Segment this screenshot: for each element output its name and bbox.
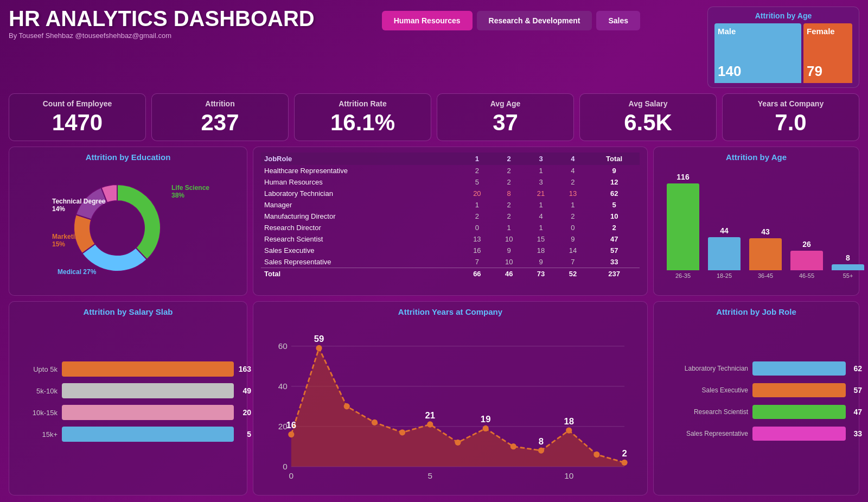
dashboard-subtitle: By Touseef Shehbaz @touseefshehbaz@gmail… [9,31,315,40]
table-cell: 8 [493,188,525,199]
kpi-card-0: Count of Employee 1470 [9,93,146,141]
jr-label: Laboratory Technician [667,365,748,372]
header-row: HR ANALYTICS DASHBOARD By Touseef Shehba… [9,7,859,88]
area-point [372,420,378,425]
table-cell-total: 10 [589,211,640,222]
table-cell: 10 [493,233,525,245]
x-axis-label: 10 [564,471,573,480]
x-axis-label: 0 [289,471,294,480]
salary-title: Attrition by Salary Slab [17,307,239,316]
table-cell: 10 [493,256,525,268]
salary-value: 49 [242,386,251,395]
age-bar-55+: 8 55+ [832,253,864,279]
table-header-0: JobRole [261,152,461,165]
jr-label: Sales Executive [667,386,748,394]
btn-human-resources[interactable]: Human Resources [382,11,473,30]
table-cell: 2 [557,211,589,222]
table-cell-role: Sales Representative [261,256,461,268]
dashboard: HR ANALYTICS DASHBOARD By Touseef Shehba… [0,0,868,502]
kpi-value-4: 6.5K [588,110,709,135]
table-cell: 2 [557,176,589,188]
area-label: 18 [564,416,574,427]
area-point [510,443,516,449]
area-point [399,429,405,435]
area-fill [291,348,624,466]
table-cell: 7 [461,256,493,268]
bar-label: 55+ [843,272,853,279]
table-cell-role: Human Resources [261,176,461,188]
kpi-label-3: Avg Age [445,99,566,108]
table-cell: 1 [525,165,557,176]
area-label: 16 [286,420,297,430]
bar-rect [749,238,782,270]
attrition-age-header-title: Attrition by Age [714,11,852,20]
salary-bar-10k-15k: 10k-15k 20 [22,405,234,420]
jobrole-bar-3: Sales Representative 33 [667,427,846,441]
area-point [455,440,461,446]
table-cell: 18 [525,245,557,256]
area-label: 2 [622,448,627,459]
age-gender-bars: Male 140 Female 79 [714,23,852,83]
dashboard-title: HR ANALYTICS DASHBOARD [9,7,315,30]
donut-segment-life-sciences [117,185,161,259]
salary-value: 5 [247,430,251,439]
btn-research-development[interactable]: Research & Development [477,11,592,30]
table-cell: 2 [493,176,525,188]
bar-value: 26 [802,240,811,249]
area-point [538,447,544,453]
jr-label: Sales Representative [667,430,748,437]
y-axis-label: 20 [278,422,288,431]
age-bar-18-25: 44 18-25 [708,226,741,279]
bar-label: 46-55 [799,272,814,279]
table-cell: 0 [557,222,589,233]
table-cell-total: 9 [589,165,640,176]
female-count: 79 [807,63,849,80]
jobrole-bar-1: Sales Executive 57 [667,383,846,397]
table-cell-total: 5 [589,199,640,211]
table-row: Laboratory Technician208211362 [261,188,640,199]
jobrole-bar-panel: Attrition by Job Role Laboratory Technic… [653,301,859,495]
female-label: Female [807,27,849,36]
kpi-label-4: Avg Salary [588,99,709,108]
age-bar-chart: 116 26-35 44 18-25 43 36-45 26 46-55 8 5… [661,166,851,290]
area-label: 19 [481,414,491,424]
salary-bar-5k-10k: 5k-10k 49 [22,383,234,398]
jr-track: 62 [752,361,846,376]
table-cell: 2 [461,165,493,176]
table-cell-total: 47 [589,233,640,245]
table-cell-total: 57 [589,245,640,256]
jobrole-bar-0: Laboratory Technician 62 [667,361,846,376]
table-cell-total: 62 [589,188,640,199]
jr-value: 47 [853,408,862,416]
years-panel: Attrition Years at Company 1659211981820… [253,301,648,495]
male-bar: Male 140 [714,23,801,83]
area-point [593,452,599,457]
btn-sales[interactable]: Sales [596,11,640,30]
table-cell: 16 [461,245,493,256]
table-cell: 4 [557,165,589,176]
table-cell: 14 [557,245,589,256]
education-title: Attrition by Education [17,152,239,162]
table-header-4: 4 [557,152,589,165]
kpi-value-1: 237 [159,110,280,135]
salary-track: 20 [62,405,234,420]
kpi-card-5: Years at Company 7.0 [722,93,859,141]
male-label: Male [718,27,798,36]
table-row: Manufacturing Director224210 [261,211,640,222]
area-point [316,345,322,351]
bar-label: 36-45 [758,272,773,279]
y-axis-label: 0 [283,462,288,471]
jobrole-table-wrapper[interactable]: JobRole1234TotalHealthcare Representativ… [261,152,640,290]
table-header-5: Total [589,152,640,165]
salary-label: 15k+ [22,430,58,439]
kpi-label-0: Count of Employee [17,99,138,108]
table-cell-total: 2 [589,222,640,233]
table-header-2: 2 [493,152,525,165]
bar-label: 26-35 [675,272,691,279]
salary-track: 49 [62,383,234,398]
table-cell-total: 12 [589,176,640,188]
area-point [566,427,572,433]
kpi-card-1: Attrition 237 [151,93,289,141]
table-cell: 1 [525,199,557,211]
table-cell: 4 [525,211,557,222]
